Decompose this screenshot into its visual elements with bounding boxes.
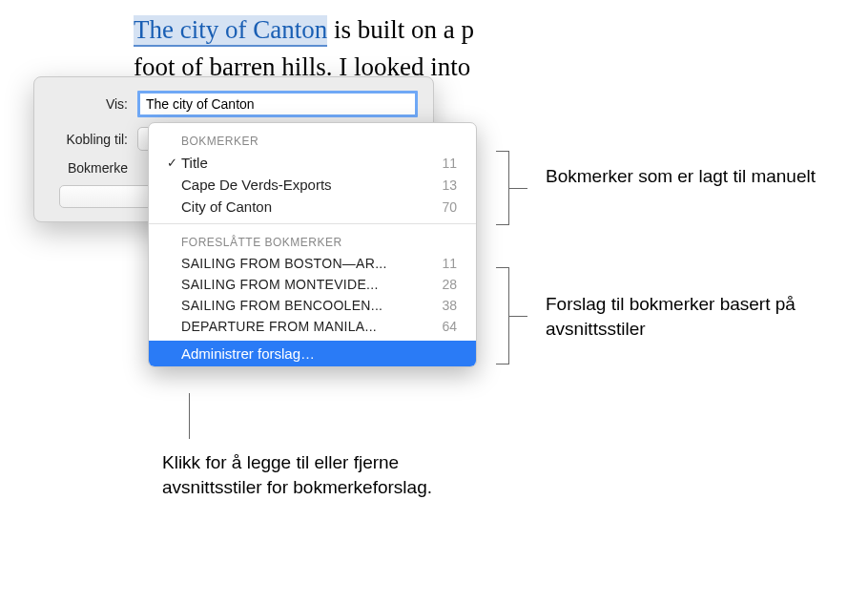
suggested-bookmark-item[interactable]: SAILING FROM BENCOOLEN... 38 (149, 295, 476, 316)
suggested-item-page: 64 (430, 319, 457, 334)
bookmark-item-page: 13 (430, 177, 457, 193)
document-text: The city of Canton is built on a p foot … (134, 11, 474, 86)
manage-suggestions-label: Administrer forslag… (181, 345, 457, 362)
suggested-item-label: SAILING FROM BOSTON—AR... (181, 256, 430, 271)
callout-manage-suggestions: Klikk for å legge til eller fjerne avsni… (162, 450, 448, 499)
callout-bracket (496, 151, 509, 225)
link-to-label: Kobling til: (50, 132, 137, 147)
bookmark-item-label: Title (181, 155, 430, 171)
callout-suggested-bookmarks: Forslag til bokmerker basert på avsnitts… (546, 292, 841, 341)
checkmark-icon: ✓ (162, 156, 181, 170)
bookmark-dropdown: BOKMERKER ✓ Title 11 Cape De Verds-Expor… (148, 122, 477, 367)
bookmark-item[interactable]: ✓ Title 11 (149, 152, 476, 174)
suggested-section-header: FORESLÅTTE BOKMERKER (149, 230, 476, 253)
bookmark-item-label: Cape De Verds-Exports (181, 177, 430, 193)
display-text-input[interactable] (137, 91, 418, 117)
callout-manual-bookmarks: Bokmerker som er lagt til manuelt (546, 164, 832, 189)
suggested-item-label: SAILING FROM MONTEVIDE... (181, 277, 430, 292)
doc-fragment-1: is built on a p (327, 15, 474, 44)
bookmark-item-page: 11 (430, 156, 457, 171)
suggested-item-page: 28 (430, 277, 457, 292)
suggested-item-label: SAILING FROM BENCOOLEN... (181, 298, 430, 313)
menu-separator (149, 223, 476, 224)
bookmark-item-label: City of Canton (181, 198, 430, 215)
callout-leader (189, 393, 190, 439)
bookmark-item[interactable]: City of Canton 70 (149, 196, 476, 218)
suggested-item-label: DEPARTURE FROM MANILA... (181, 319, 430, 334)
hyperlink-text[interactable]: The city of Canton (134, 15, 327, 47)
bookmark-label: Bokmerke (50, 160, 137, 176)
suggested-item-page: 38 (430, 298, 457, 313)
bookmarks-section-header: BOKMERKER (149, 129, 476, 152)
callout-bracket (496, 267, 509, 364)
suggested-item-page: 11 (430, 256, 457, 271)
suggested-bookmark-item[interactable]: SAILING FROM MONTEVIDE... 28 (149, 274, 476, 295)
manage-suggestions-item[interactable]: Administrer forslag… (149, 341, 476, 366)
bookmark-item[interactable]: Cape De Verds-Exports 13 (149, 174, 476, 196)
bookmark-item-page: 70 (430, 199, 457, 215)
suggested-bookmark-item[interactable]: DEPARTURE FROM MANILA... 64 (149, 316, 476, 337)
suggested-bookmark-item[interactable]: SAILING FROM BOSTON—AR... 11 (149, 253, 476, 274)
vis-label: Vis: (50, 96, 137, 112)
